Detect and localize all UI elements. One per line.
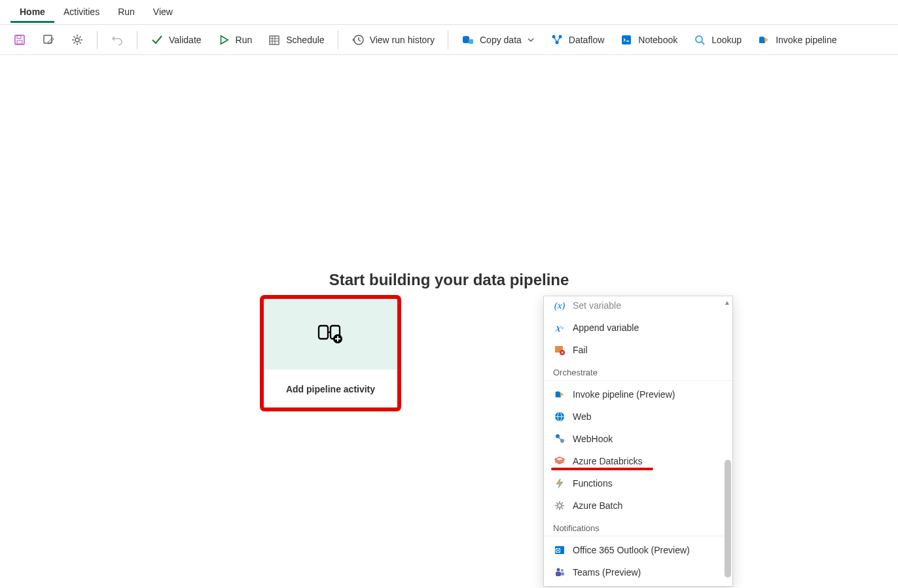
menu-item-web[interactable]: Web	[544, 406, 732, 428]
svg-rect-0	[15, 35, 24, 44]
menu-item-teams[interactable]: Teams (Preview)	[544, 561, 732, 583]
invoke-pipeline-icon	[757, 33, 770, 46]
separator	[448, 31, 448, 49]
menu-item-label: Teams (Preview)	[573, 567, 641, 578]
menu-item-label: Invoke pipeline (Preview)	[573, 389, 675, 400]
tab-activities[interactable]: Activities	[54, 1, 109, 23]
activity-dropdown: ▲ (x) Set variable 𝑥+ Append variable Fa…	[543, 296, 733, 587]
save-button[interactable]	[7, 29, 33, 50]
svg-point-13	[463, 41, 469, 43]
gear-icon	[71, 33, 84, 46]
separator	[137, 31, 137, 49]
menu-item-label: WebHook	[573, 434, 613, 444]
functions-icon	[553, 477, 566, 490]
schedule-button[interactable]: Schedule	[261, 29, 331, 50]
menu-item-azure-batch[interactable]: Azure Batch	[544, 494, 732, 517]
annotation-underline	[551, 468, 653, 470]
separator	[338, 31, 338, 49]
lookup-button[interactable]: Lookup	[687, 29, 748, 50]
pipeline-activity-icon	[316, 320, 345, 347]
run-label: Run	[236, 35, 253, 45]
dataflow-label: Dataflow	[569, 35, 604, 45]
history-icon	[351, 33, 365, 46]
dataflow-button[interactable]: Dataflow	[544, 29, 611, 50]
menu-item-fail[interactable]: Fail	[544, 339, 732, 361]
menu-item-label: Azure Databricks	[573, 456, 643, 466]
menu-item-append-variable[interactable]: 𝑥+ Append variable	[544, 317, 732, 339]
copy-data-label: Copy data	[480, 35, 522, 45]
webhook-icon	[553, 432, 566, 445]
card-icon-area	[262, 298, 399, 370]
toolbar: Validate Run Schedule View run history C…	[0, 25, 898, 55]
run-button[interactable]: Run	[211, 29, 259, 50]
variable-icon: (x)	[553, 299, 566, 312]
pipeline-canvas[interactable]: Start building your data pipeline Add pi…	[0, 55, 898, 588]
separator	[97, 31, 98, 49]
dropdown-list[interactable]: (x) Set variable 𝑥+ Append variable Fail…	[544, 296, 732, 586]
dataflow-icon	[550, 33, 564, 46]
svg-rect-5	[270, 36, 279, 44]
chevron-down-icon	[527, 33, 535, 46]
menu-item-set-variable[interactable]: (x) Set variable	[544, 299, 732, 317]
svg-point-4	[75, 38, 79, 42]
menu-item-outlook[interactable]: Office 365 Outlook (Preview)	[544, 539, 732, 561]
scroll-up-arrow[interactable]: ▲	[723, 299, 731, 307]
play-icon	[217, 33, 230, 46]
menu-item-label: Azure Batch	[573, 500, 622, 511]
validate-label: Validate	[169, 35, 202, 45]
menu-item-label: Append variable	[573, 322, 639, 333]
svg-point-19	[696, 36, 702, 43]
tab-view[interactable]: View	[144, 1, 182, 23]
svg-rect-2	[17, 41, 22, 44]
save-as-button[interactable]	[35, 29, 62, 50]
invoke-pipeline-label: Invoke pipeline	[776, 35, 836, 45]
invoke-pipeline-button[interactable]: Invoke pipeline	[751, 29, 843, 50]
gear-icon	[553, 499, 566, 512]
add-pipeline-activity-card[interactable]: Add pipeline activity	[262, 297, 399, 409]
card-label: Add pipeline activity	[262, 370, 399, 409]
copy-data-button[interactable]: Copy data	[455, 29, 541, 50]
menu-item-label: Functions	[573, 478, 613, 489]
svg-point-46	[561, 569, 564, 572]
lookup-icon	[693, 33, 706, 46]
menu-item-functions[interactable]: Functions	[544, 472, 732, 494]
copy-data-icon	[461, 33, 475, 46]
scrollbar-thumb[interactable]	[725, 460, 731, 578]
menu-item-invoke-pipeline[interactable]: Invoke pipeline (Preview)	[544, 383, 732, 406]
notebook-icon	[620, 33, 633, 46]
settings-button[interactable]	[64, 29, 90, 50]
notebook-label: Notebook	[638, 35, 677, 45]
menu-header-notifications: Notifications	[544, 517, 732, 536]
tab-run[interactable]: Run	[109, 1, 144, 23]
card-placeholder	[411, 297, 548, 409]
undo-icon	[111, 33, 124, 46]
teams-icon	[553, 566, 566, 579]
tab-bar: Home Activities Run View	[0, 0, 898, 25]
canvas-title: Start building your data pipeline	[0, 271, 898, 289]
calendar-icon	[268, 33, 281, 46]
view-run-history-button[interactable]: View run history	[345, 29, 441, 50]
databricks-icon	[553, 455, 566, 468]
menu-header-orchestrate: Orchestrate	[544, 361, 732, 381]
fail-icon	[553, 343, 566, 356]
svg-rect-14	[469, 39, 473, 44]
svg-rect-48	[561, 572, 564, 576]
menu-item-label: Office 365 Outlook (Preview)	[573, 545, 690, 555]
undo-button[interactable]	[104, 29, 130, 50]
svg-rect-47	[556, 572, 561, 576]
svg-line-20	[702, 42, 704, 44]
menu-item-label: Set variable	[573, 300, 621, 311]
svg-point-41	[558, 504, 562, 508]
svg-rect-21	[319, 326, 328, 339]
validate-button[interactable]: Validate	[144, 29, 208, 50]
view-run-history-label: View run history	[370, 35, 435, 45]
notebook-button[interactable]: Notebook	[613, 29, 684, 50]
checkmark-icon	[151, 33, 164, 46]
lookup-label: Lookup	[711, 35, 742, 45]
menu-item-webhook[interactable]: WebHook	[544, 428, 732, 450]
append-variable-icon: 𝑥+	[553, 321, 566, 334]
outlook-icon	[553, 544, 566, 557]
web-icon	[553, 410, 566, 423]
save-as-icon	[42, 33, 55, 46]
tab-home[interactable]: Home	[10, 1, 54, 23]
